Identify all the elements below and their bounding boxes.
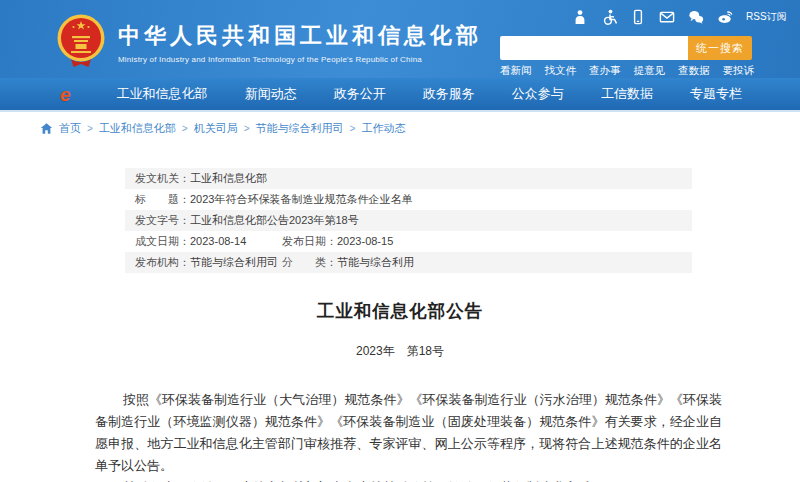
nav-item-public-participation[interactable]: 公众参与	[512, 85, 564, 103]
article-paragraph: 按照《环保装备制造行业（大气治理）规范条件》《环保装备制造行业（污水治理）规范条…	[95, 389, 722, 477]
quick-link-data[interactable]: 查数据	[678, 64, 710, 78]
meta-label: 成文日期：	[135, 231, 190, 252]
search-bar: 统一搜索	[500, 36, 752, 60]
breadcrumb-separator: >	[244, 123, 250, 134]
meta-value: 工业和信息化部	[190, 168, 267, 189]
article-paragraph: 鼓励各省、自治区、直辖市相关部门出台支持鼓励政策，推动环保装备制造业高质量发展。	[95, 477, 722, 482]
national-emblem-icon	[56, 12, 106, 72]
nav-item-special-columns[interactable]: 专题专栏	[690, 85, 742, 103]
doc-meta-table: 发文机关：工业和信息化部 标 题：2023年符合环保装备制造业规范条件企业名单 …	[125, 168, 692, 273]
meta-cell: 发布日期：2023-08-15	[282, 231, 393, 252]
meta-label: 分 类：	[282, 256, 337, 268]
mail-icon[interactable]	[659, 9, 675, 25]
site-header: 中华人民共和国工业和信息化部 Ministry of Industry and …	[0, 0, 800, 78]
meta-label: 发文字号：	[135, 210, 190, 231]
breadcrumb: 首页 > 工业和信息化部 > 机关司局 > 节能与综合利用司 > 工作动态	[0, 112, 800, 136]
meta-value: 工业和信息化部公告2023年第18号	[190, 210, 359, 231]
article-title: 工业和信息化部公告	[0, 299, 800, 323]
mobile-icon[interactable]	[630, 9, 646, 25]
meta-label: 发布机构：	[135, 252, 190, 273]
meta-row-title: 标 题：2023年符合环保装备制造业规范条件企业名单	[125, 189, 692, 210]
page: 中华人民共和国工业和信息化部 Ministry of Industry and …	[0, 0, 800, 482]
breadcrumb-separator: >	[87, 123, 93, 134]
breadcrumb-energy-dept[interactable]: 节能与综合利用司	[256, 121, 344, 136]
quick-link-documents[interactable]: 找文件	[545, 64, 577, 78]
meta-label: 发文机关：	[135, 168, 190, 189]
nav-item-miit[interactable]: 工业和信息化部	[117, 85, 208, 103]
meta-row-doc-number: 发文字号：工业和信息化部公告2023年第18号	[125, 210, 692, 231]
meta-cell: 发布机构：节能与综合利用司	[135, 252, 282, 273]
quick-link-complaints[interactable]: 要投诉	[723, 64, 755, 78]
quick-links: 看新闻 找文件 查办事 提意见 查数据 要投诉	[500, 64, 754, 78]
breadcrumb-miit[interactable]: 工业和信息化部	[99, 121, 176, 136]
quick-link-news[interactable]: 看新闻	[500, 64, 532, 78]
nav-item-miit-data[interactable]: 工信数据	[601, 85, 653, 103]
brand-text: 中华人民共和国工业和信息化部 Ministry of Industry and …	[118, 21, 482, 64]
meta-value: 2023年符合环保装备制造业规范条件企业名单	[190, 189, 412, 210]
meta-value: 节能与综合利用司	[190, 252, 278, 273]
main-nav: e 工业和信息化部 新闻动态 政务公开 政务服务 公众参与 工信数据 专题专栏	[0, 78, 800, 112]
search-button[interactable]: 统一搜索	[688, 36, 752, 60]
search-input[interactable]	[500, 36, 688, 60]
meta-row-dates: 成文日期：2023-08-14 发布日期：2023-08-15	[125, 231, 692, 252]
article-issue-number: 2023年 第18号	[0, 343, 800, 360]
home-icon	[40, 122, 53, 135]
site-title: 中华人民共和国工业和信息化部	[118, 21, 482, 51]
wechat-icon[interactable]	[688, 9, 704, 25]
meta-row-publisher: 发布机构：节能与综合利用司 分 类：节能与综合利用	[125, 252, 692, 273]
elder-mode-icon[interactable]	[572, 9, 588, 25]
meta-label: 标 题：	[135, 189, 190, 210]
meta-label: 发布日期：	[282, 235, 337, 247]
site-title-en: Ministry of Industry and Information Tec…	[118, 55, 482, 64]
meta-cell: 分 类：节能与综合利用	[282, 252, 414, 273]
breadcrumb-separator: >	[350, 123, 356, 134]
article-content: 发文机关：工业和信息化部 标 题：2023年符合环保装备制造业规范条件企业名单 …	[0, 168, 800, 482]
rss-subscribe-link[interactable]: RSS订阅	[746, 10, 787, 24]
quick-link-suggestions[interactable]: 提意见	[634, 64, 666, 78]
meta-value: 节能与综合利用	[337, 256, 414, 268]
weibo-icon[interactable]	[717, 9, 733, 25]
breadcrumb-separator: >	[182, 123, 188, 134]
utility-icon-bar: RSS订阅	[572, 9, 787, 25]
nav-item-news[interactable]: 新闻动态	[245, 85, 297, 103]
miit-e-logo-icon: e	[60, 85, 71, 104]
article-body: 按照《环保装备制造行业（大气治理）规范条件》《环保装备制造行业（污水治理）规范条…	[95, 389, 722, 482]
meta-row-issuing-agency: 发文机关：工业和信息化部	[125, 168, 692, 189]
nav-item-gov-disclosure[interactable]: 政务公开	[334, 85, 386, 103]
quick-link-services[interactable]: 查办事	[589, 64, 621, 78]
site-logo-link[interactable]: 中华人民共和国工业和信息化部 Ministry of Industry and …	[56, 12, 482, 72]
breadcrumb-departments[interactable]: 机关司局	[194, 121, 238, 136]
breadcrumb-home[interactable]: 首页	[59, 121, 81, 136]
nav-item-gov-services[interactable]: 政务服务	[423, 85, 475, 103]
accessibility-icon[interactable]	[601, 9, 617, 25]
meta-cell: 成文日期：2023-08-14	[135, 231, 282, 252]
meta-value: 2023-08-14	[190, 231, 246, 252]
meta-value: 2023-08-15	[337, 235, 393, 247]
breadcrumb-work-updates[interactable]: 工作动态	[361, 121, 405, 136]
nav-items: 工业和信息化部 新闻动态 政务公开 政务服务 公众参与 工信数据 专题专栏	[117, 85, 742, 103]
